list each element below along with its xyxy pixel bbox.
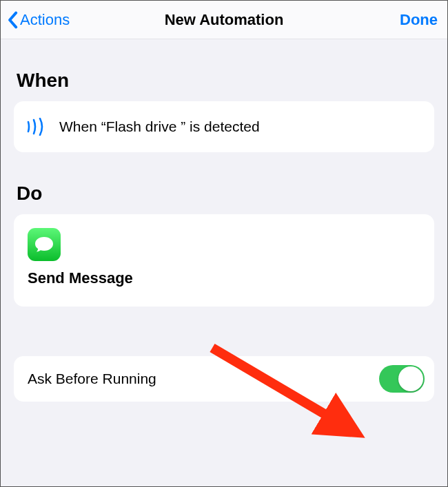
messages-app-icon xyxy=(28,228,61,261)
toggle-knob xyxy=(398,366,423,391)
do-section-header: Do xyxy=(14,183,434,205)
when-trigger-text: When “Flash drive ” is detected xyxy=(59,118,260,135)
ask-before-running-label: Ask Before Running xyxy=(28,371,156,387)
chevron-left-icon xyxy=(6,11,19,29)
navigation-bar: Actions New Automation Done xyxy=(1,1,447,39)
nfc-icon xyxy=(26,118,47,136)
done-button[interactable]: Done xyxy=(400,11,438,29)
back-button[interactable]: Actions xyxy=(6,11,70,29)
action-name: Send Message xyxy=(28,269,133,287)
when-trigger-card[interactable]: When “Flash drive ” is detected xyxy=(14,101,434,152)
ask-before-running-row: Ask Before Running xyxy=(14,356,434,402)
when-section-header: When xyxy=(14,70,434,92)
ask-before-running-toggle[interactable] xyxy=(379,365,425,393)
do-action-card[interactable]: Send Message xyxy=(14,214,434,307)
back-label: Actions xyxy=(20,11,70,29)
